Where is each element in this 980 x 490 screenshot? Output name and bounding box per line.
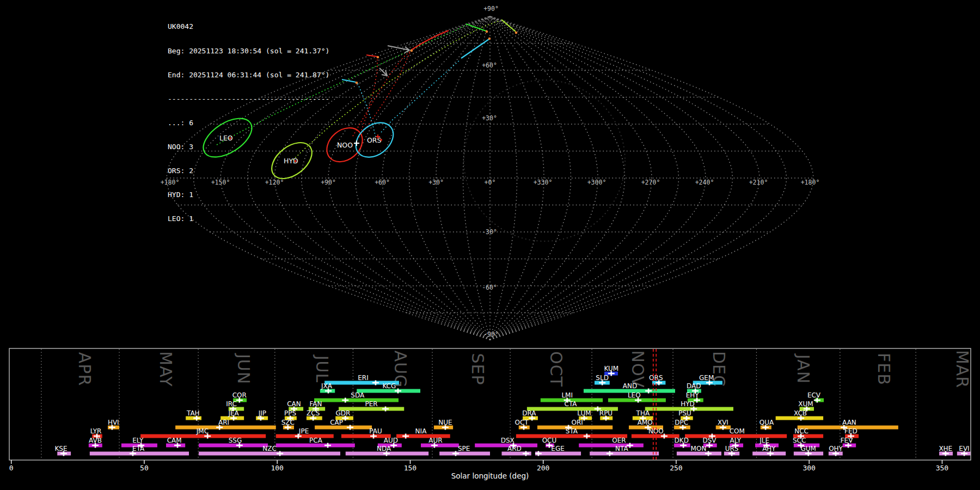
meteor-trail-segment xyxy=(411,30,449,50)
ecliptic-latitude-label: +60° xyxy=(482,62,497,69)
shower-bar-EGE xyxy=(535,452,581,456)
station-id: UK0042 xyxy=(168,23,329,31)
count-leo: LEO: 1 xyxy=(168,215,329,223)
shower-label-GUM: GUM xyxy=(801,445,816,452)
session-info-panel: UK0042 Beg: 20251123 18:30:54 (sol = 241… xyxy=(168,7,329,239)
shower-bar-CAP xyxy=(315,426,372,430)
map-grid-meridian xyxy=(356,16,490,340)
shower-bar-NTA xyxy=(590,452,659,456)
shower-label-NDA: NDA xyxy=(377,445,391,452)
shower-label-JXA: JXA xyxy=(321,382,333,390)
count-hyd: HYD: 1 xyxy=(168,191,329,199)
shower-label-PPS: PPS xyxy=(284,409,296,417)
shower-label-DPC: DPC xyxy=(675,419,688,426)
shower-bar-MON xyxy=(677,452,721,456)
radiant-cross-marker-white xyxy=(354,140,359,146)
shower-bar-KCG xyxy=(357,389,420,393)
ecliptic-latitude-label: +30° xyxy=(482,114,497,122)
meteor-trail-endpoint xyxy=(356,82,358,84)
shower-label-SPE: SPE xyxy=(458,445,470,452)
shower-label-DSX: DSX xyxy=(501,437,514,444)
x-axis-tick-label: 50 xyxy=(140,464,149,472)
shower-label-JMC: JMC xyxy=(196,427,209,435)
x-axis-title: Solar longitude (deg) xyxy=(451,471,529,480)
shower-label-ECV: ECV xyxy=(807,391,821,399)
meteor-backtrack-dotted xyxy=(357,52,410,140)
ecliptic-longitude-label: +0° xyxy=(485,179,496,186)
shower-bar-ARI xyxy=(175,426,276,430)
shower-bar-SDA xyxy=(314,399,399,402)
shower-label-PCA: PCA xyxy=(309,437,323,444)
month-label-JAN: JAN xyxy=(794,353,813,384)
shower-bar-JMC xyxy=(140,434,266,438)
month-labels: APRMAYJUNJULAUGSEPOCTNOVDECJANFEBMAR xyxy=(75,350,972,388)
shower-label-PAU: PAU xyxy=(369,427,382,435)
session-begin: Beg: 20251123 18:30:54 (sol = 241.37°) xyxy=(168,47,329,56)
ufo-orbit-screen: +180°+150°+120°+90°+60°+30°+0°+330°+300°… xyxy=(0,0,980,490)
meteor-backtrack-dotted xyxy=(358,83,376,137)
shower-bar-SPE xyxy=(439,452,490,456)
shower-label-STA: STA xyxy=(566,427,578,435)
map-grid-meridian xyxy=(490,16,786,340)
shower-label-CAP: CAP xyxy=(330,419,343,426)
shower-label-SSG: SSG xyxy=(229,437,242,444)
shower-label-DKD: DKD xyxy=(675,437,689,444)
shower-row: HVIARISZCCAPNUEOCTORIAMODPCXVIQUAAAN xyxy=(108,419,898,430)
ecliptic-latitude-label: -30° xyxy=(482,228,497,236)
shower-label-DSV: DSV xyxy=(702,437,716,444)
map-grid-meridian xyxy=(302,16,490,340)
shower-label-AMO: AMO xyxy=(638,419,653,426)
shower-bar-DSX xyxy=(475,444,537,448)
ecliptic-longitude-label: +180° xyxy=(801,179,820,186)
count-ors: ORS: 2 xyxy=(168,167,329,175)
shower-label-LYR: LYR xyxy=(90,427,102,435)
radiant-point-marker xyxy=(380,139,382,141)
meteor-trail-endpoint xyxy=(411,50,413,52)
shower-bar-NZC xyxy=(199,452,340,456)
shower-label-AUR: AUR xyxy=(428,437,442,444)
meteor-trail-endpoint xyxy=(377,56,379,59)
shower-label-PER: PER xyxy=(365,400,378,408)
x-axis-tick-label: 200 xyxy=(537,464,549,472)
shower-label-AHY: AHY xyxy=(762,445,776,452)
shower-label-TAH: TAH xyxy=(186,409,200,417)
session-end: End: 20251124 06:31:44 (sol = 241.87°) xyxy=(168,71,329,79)
meteor-trail-endpoint xyxy=(486,30,488,33)
shower-label-EGE: EGE xyxy=(551,445,564,452)
shower-label-NZC: NZC xyxy=(262,445,277,452)
x-axis-tick-label: 150 xyxy=(404,464,416,472)
shower-label-OER: OER xyxy=(612,437,626,444)
timeline-frame xyxy=(9,348,971,460)
month-label-MAR: MAR xyxy=(953,350,972,388)
shower-label-MON: MON xyxy=(691,445,707,452)
shower-label-ELY: ELY xyxy=(132,437,144,444)
shower-bar-OER xyxy=(579,444,644,448)
shower-label-OCU: OCU xyxy=(542,437,557,444)
current-sol-markers xyxy=(653,349,656,460)
shower-label-AUD: AUD xyxy=(384,437,398,444)
shower-bar-PCA xyxy=(276,444,355,448)
shower-label-KSE: KSE xyxy=(55,445,68,452)
ecliptic-latitude-label: +90° xyxy=(483,5,499,13)
ecliptic-longitude-label: +30° xyxy=(428,179,444,186)
radiant-label-ORS: ORS xyxy=(367,136,382,144)
shower-label-JIP: JIP xyxy=(258,409,266,417)
x-axis-tick-label: 0 xyxy=(9,464,14,472)
shower-label-OHY: OHY xyxy=(829,445,843,452)
shower-label-FED: FED xyxy=(844,427,857,435)
ecliptic-longitude-label: +240° xyxy=(695,179,714,186)
month-label-SEP: SEP xyxy=(468,353,487,385)
plot-canvas: +180°+150°+120°+90°+60°+30°+0°+330°+300°… xyxy=(0,0,980,490)
separator-line: -------------------------------------- xyxy=(168,95,329,103)
shower-bar-SSG xyxy=(199,444,268,448)
shower-label-SLD: SLD xyxy=(596,374,609,382)
shower-label-NUE: NUE xyxy=(438,419,452,426)
shower-label-PSU: PSU xyxy=(678,409,691,417)
month-label-MAY: MAY xyxy=(156,351,175,387)
camera-fov-circle xyxy=(464,80,625,241)
shower-label-AND: AND xyxy=(623,382,637,390)
shower-label-LEO: LEO xyxy=(628,391,641,399)
x-axis-tick-label: 300 xyxy=(803,464,815,472)
shower-label-HVI: HVI xyxy=(108,419,119,426)
shower-label-QUA: QUA xyxy=(759,419,774,426)
